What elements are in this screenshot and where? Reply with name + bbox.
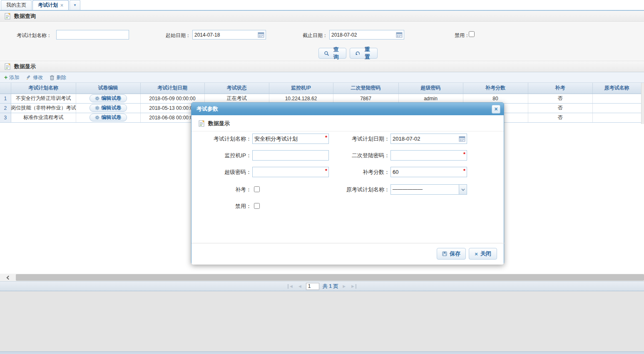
scrollbar-thumb[interactable] <box>16 274 644 281</box>
dlg-super-password-field: * <box>252 167 329 177</box>
dlg-super-password-input[interactable] <box>253 167 328 177</box>
dlg-plan-name-input[interactable] <box>253 134 328 144</box>
add-button[interactable]: + 添加 <box>4 74 19 81</box>
end-date-label: 截止日期： <box>303 31 328 40</box>
page-background <box>0 291 644 352</box>
close-button[interactable]: × 关闭 <box>469 248 497 260</box>
calendar-icon[interactable] <box>396 32 403 38</box>
grid-header-cell[interactable]: 考试计划名称 <box>11 83 76 94</box>
dlg-second-password-field: * <box>390 150 467 161</box>
start-date-label: 起始日期： <box>166 31 191 40</box>
edit-paper-button[interactable]: 编辑试卷 <box>90 114 127 121</box>
end-date-field[interactable] <box>329 30 404 40</box>
required-asterisk: * <box>325 134 327 141</box>
dlg-retake-score-label: 补考分数： <box>329 167 390 177</box>
exam-params-dialog: 考试参数 × 数据显示 考试计划名称： * 考试计划日期： <box>191 102 504 265</box>
dlg-retake-checkbox[interactable] <box>254 186 260 192</box>
first-page-button[interactable]: ◄ <box>288 284 294 289</box>
table-cell: 80 <box>463 94 528 103</box>
dlg-original-plan-select[interactable]: —————— <box>390 184 467 195</box>
grid-header-cell[interactable]: 考试计划日期 <box>140 83 204 94</box>
dlg-monitor-ip-input[interactable] <box>253 151 328 160</box>
delete-button[interactable]: 删除 <box>50 74 66 81</box>
start-date-input[interactable] <box>193 30 256 39</box>
last-page-button[interactable]: ► <box>350 284 356 289</box>
required-asterisk: * <box>463 168 465 174</box>
query-button-row: 查询 重置 <box>0 46 644 61</box>
disabled-checkbox[interactable] <box>469 31 475 37</box>
grid-header-cell[interactable]: 补考 <box>528 83 592 94</box>
table-cell: 不安全行为矫正培训考试 <box>11 94 76 103</box>
tab-close-icon[interactable]: × <box>60 3 63 8</box>
dialog-close-button[interactable]: × <box>492 105 500 114</box>
form-icon <box>4 63 11 70</box>
grid-header-cell[interactable]: 监控机IP <box>269 83 333 94</box>
required-asterisk: * <box>463 151 465 157</box>
calendar-icon[interactable] <box>258 32 264 38</box>
tab-list-dropdown[interactable]: ▼ <box>70 0 80 10</box>
plan-name-input[interactable] <box>56 30 129 40</box>
start-date-field[interactable] <box>192 30 266 40</box>
edit-paper-label: 编辑试卷 <box>102 104 122 111</box>
table-cell: 10.224.128.62 <box>269 94 333 103</box>
edit-paper-label: 编辑试卷 <box>102 95 122 102</box>
display-section-title: 数据显示 <box>14 63 36 70</box>
horizontal-scrollbar[interactable] <box>0 274 644 281</box>
end-date-input[interactable] <box>330 30 395 39</box>
grid-header-cell[interactable]: 补考分数 <box>463 83 528 94</box>
chevron-down-icon: ▼ <box>73 3 77 7</box>
modify-button[interactable]: 修改 <box>26 74 43 81</box>
dlg-plan-date-input[interactable] <box>391 134 458 144</box>
edit-paper-cell: 编辑试卷 <box>76 94 140 103</box>
search-button[interactable]: 查询 <box>318 48 346 59</box>
save-button[interactable]: 保存 <box>437 248 466 260</box>
select-arrow-button[interactable] <box>459 185 467 194</box>
pagination-bar: ◄ ◄ 共 1 页 ► ► <box>0 281 644 291</box>
table-cell: 标准作业流程考试 <box>11 113 76 122</box>
dlg-plan-date-field <box>390 134 467 144</box>
next-page-button[interactable]: ► <box>341 284 347 289</box>
scroll-left-button[interactable] <box>3 275 13 280</box>
grid-toolbar: + 添加 修改 删除 <box>0 72 644 83</box>
pencil-icon <box>26 75 31 80</box>
edit-paper-button[interactable]: 编辑试卷 <box>90 104 127 112</box>
table-cell <box>592 113 641 122</box>
tab-exam-plan[interactable]: 考试计划 × <box>32 0 69 10</box>
reset-button-label: 重置 <box>363 46 372 61</box>
total-pages-label: 共 1 页 <box>323 283 338 290</box>
plus-icon: + <box>4 74 7 80</box>
prev-page-button[interactable]: ◄ <box>297 284 303 289</box>
dlg-disabled-checkbox[interactable] <box>254 203 260 209</box>
grid-header-cell[interactable]: 超级密码 <box>398 83 463 94</box>
grid-header-cell[interactable]: 试卷编辑 <box>76 83 140 94</box>
tab-home[interactable]: 我的主页 <box>1 0 32 10</box>
save-icon <box>442 251 447 256</box>
dlg-original-plan-value: —————— <box>391 185 459 194</box>
grid-scrollbar-gutter <box>641 83 644 124</box>
calendar-icon[interactable] <box>459 136 465 142</box>
reset-button[interactable]: 重置 <box>350 48 378 59</box>
dialog-body: 数据显示 考试计划名称： * 考试计划日期： <box>191 115 504 265</box>
dialog-section-title: 数据显示 <box>208 120 230 127</box>
dialog-header[interactable]: 考试参数 × <box>191 103 504 115</box>
table-cell <box>592 94 641 103</box>
dialog-section-header: 数据显示 <box>191 115 504 131</box>
edit-paper-cell: 编辑试卷 <box>76 113 140 122</box>
grid-header-cell[interactable]: 考试状态 <box>204 83 269 94</box>
dlg-second-password-label: 二次登陆密码： <box>329 150 390 161</box>
edit-paper-button[interactable]: 编辑试卷 <box>90 94 127 102</box>
dlg-second-password-input[interactable] <box>391 151 467 160</box>
edit-paper-cell: 编辑试卷 <box>76 103 140 113</box>
table-cell: 否 <box>528 94 592 103</box>
dlg-retake-score-input[interactable] <box>391 167 467 177</box>
grid-header-cell[interactable]: 二次登陆密码 <box>333 83 398 94</box>
chevron-left-icon <box>6 275 10 280</box>
grid-header-cell[interactable]: 原考试名称 <box>592 83 641 94</box>
close-x-icon: × <box>475 251 478 257</box>
dlg-retake-score-field: * <box>390 167 467 177</box>
table-cell: 岗位技能（非特种作业）考试 <box>11 103 76 113</box>
gear-icon <box>95 96 99 101</box>
search-button-label: 查询 <box>331 46 341 61</box>
page-number-input[interactable] <box>306 283 319 290</box>
table-row[interactable]: 1不安全行为矫正培训考试编辑试卷2018-05-09 00:00:00正在考试1… <box>0 94 641 103</box>
